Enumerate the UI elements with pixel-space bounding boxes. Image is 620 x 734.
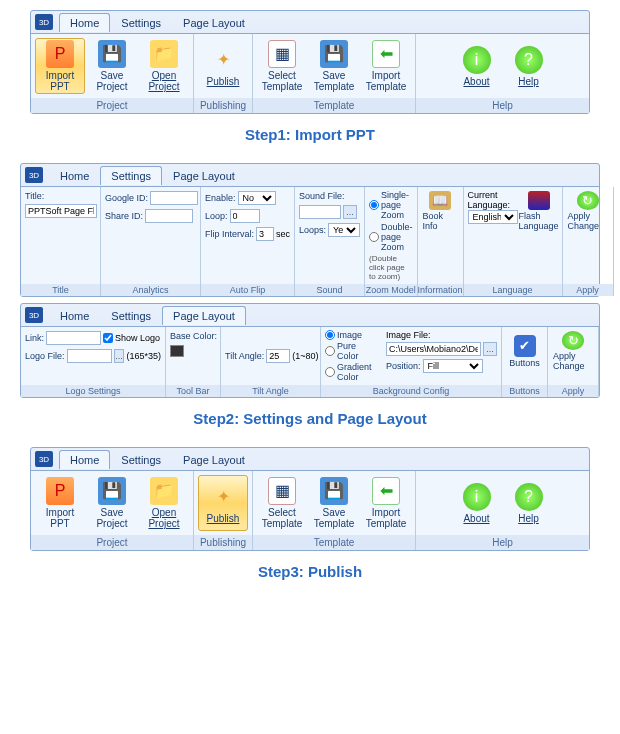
save-template-button[interactable]: 💾Save Template [309, 475, 359, 531]
logofile-browse[interactable]: … [114, 349, 125, 363]
book-info-button[interactable]: 📖Book Info [422, 190, 459, 232]
imgfile-input[interactable] [386, 342, 481, 356]
about-button[interactable]: iAbout [452, 38, 502, 94]
group-analytics: Analytics [101, 284, 200, 296]
bg-grad-radio[interactable] [325, 367, 335, 377]
imgfile-browse[interactable]: … [483, 342, 497, 356]
template-import-icon: ⬅ [372, 40, 400, 68]
app-logo-icon: 3D [25, 167, 43, 183]
help-button[interactable]: ?Help [504, 38, 554, 94]
import-ppt-button[interactable]: PImport PPT [35, 475, 85, 531]
import-template-button[interactable]: ⬅Import Template [361, 475, 411, 531]
tab-pagelayout[interactable]: Page Layout [162, 166, 246, 185]
soundfile-browse[interactable]: … [343, 205, 357, 219]
loop-input[interactable] [230, 209, 260, 223]
tab-home[interactable]: Home [59, 13, 110, 32]
caption-step1: Step1: Import PPT [0, 126, 620, 143]
ribbon-home-step3: 3D Home Settings Page Layout PImport PPT… [30, 447, 590, 551]
flag-icon [528, 191, 550, 210]
tab-strip: 3D Home Settings Page Layout [21, 304, 599, 326]
group-toolbar: Tool Bar [166, 385, 220, 397]
template-select-icon: ▦ [268, 477, 296, 505]
group-zoom: Zoom Model [365, 284, 417, 296]
import-ppt-button[interactable]: PImport PPT [35, 38, 85, 94]
group-template: Template [253, 535, 415, 550]
title-input[interactable] [25, 204, 97, 218]
group-autoflip: Auto Flip [201, 284, 294, 296]
tab-settings[interactable]: Settings [100, 166, 162, 185]
open-project-button[interactable]: 📁Open Project [139, 475, 189, 531]
tab-pagelayout[interactable]: Page Layout [162, 306, 246, 325]
bg-image-radio[interactable] [325, 330, 335, 340]
show-logo-checkbox[interactable] [103, 333, 113, 343]
interval-unit: sec [276, 229, 290, 239]
tab-home[interactable]: Home [49, 306, 100, 325]
bg-grad-label: Gradient Color [337, 362, 380, 382]
tab-settings[interactable]: Settings [110, 13, 172, 32]
logo-dims: (165*35) [126, 351, 161, 361]
select-template-button[interactable]: ▦Select Template [257, 475, 307, 531]
folder-icon: 📁 [150, 40, 178, 68]
publish-icon: ✦ [209, 46, 237, 74]
import-template-button[interactable]: ⬅Import Template [361, 38, 411, 94]
select-template-button[interactable]: ▦Select Template [257, 38, 307, 94]
app-logo-icon: 3D [25, 307, 43, 323]
template-import-icon: ⬅ [372, 477, 400, 505]
lang-select[interactable]: English [468, 210, 518, 224]
share-id-label: Share ID: [105, 211, 143, 221]
soundfile-input[interactable] [299, 205, 341, 219]
tab-pagelayout[interactable]: Page Layout [172, 450, 256, 469]
publish-button[interactable]: ✦Publish [198, 38, 248, 94]
tab-pagelayout[interactable]: Page Layout [172, 13, 256, 32]
group-sound: Sound [295, 284, 364, 296]
tab-strip: 3D Home Settings Page Layout [31, 11, 589, 33]
about-button[interactable]: iAbout [452, 475, 502, 531]
help-button[interactable]: ?Help [504, 475, 554, 531]
interval-input[interactable] [256, 227, 274, 241]
tab-home[interactable]: Home [49, 166, 100, 185]
group-bg: Background Config [321, 385, 501, 397]
ppt-icon: P [46, 477, 74, 505]
folder-icon: 📁 [150, 477, 178, 505]
tilt-input[interactable] [266, 349, 290, 363]
apply-change-button[interactable]: ↻Apply Change [552, 330, 594, 372]
google-id-input[interactable] [150, 191, 198, 205]
pos-select[interactable]: Fill [423, 359, 483, 373]
tab-settings[interactable]: Settings [110, 450, 172, 469]
lang-label: Current Language: [468, 190, 518, 210]
save-template-button[interactable]: 💾Save Template [309, 38, 359, 94]
about-icon: i [463, 483, 491, 511]
basecolor-swatch[interactable] [170, 345, 184, 357]
apply-icon: ↻ [562, 331, 584, 350]
tilt-label: Tilt Angle: [225, 351, 264, 361]
share-id-input[interactable] [145, 209, 193, 223]
show-logo-label: Show Logo [115, 333, 160, 343]
bg-pure-radio[interactable] [325, 346, 335, 356]
group-language: Language [464, 284, 562, 296]
help-icon: ? [515, 483, 543, 511]
save-project-button[interactable]: 💾Save Project [87, 475, 137, 531]
double-zoom-radio[interactable] [369, 232, 379, 242]
group-publishing: Publishing [194, 535, 252, 550]
enable-select[interactable]: No [238, 191, 276, 205]
logofile-input[interactable] [67, 349, 112, 363]
tab-home[interactable]: Home [59, 450, 110, 469]
flash-lang-button[interactable]: Flash Language [520, 190, 558, 232]
tab-settings[interactable]: Settings [100, 306, 162, 325]
template-select-icon: ▦ [268, 40, 296, 68]
link-input[interactable] [46, 331, 101, 345]
logofile-label: Logo File: [25, 351, 65, 361]
buttons-button[interactable]: ✔Buttons [506, 330, 543, 372]
single-zoom-radio[interactable] [369, 200, 379, 210]
loops-select[interactable]: Yes [328, 223, 360, 237]
open-project-button[interactable]: 📁Open Project [139, 38, 189, 94]
loops-label: Loops: [299, 225, 326, 235]
bg-pure-label: Pure Color [337, 341, 380, 361]
save-project-button[interactable]: 💾Save Project [87, 38, 137, 94]
zoom-hint: (Double click page to zoom) [369, 254, 413, 281]
publish-button[interactable]: ✦Publish [198, 475, 248, 531]
apply-change-button[interactable]: ↻Apply Change [567, 190, 609, 232]
google-id-label: Google ID: [105, 193, 148, 203]
group-title: Title [21, 284, 100, 296]
single-zoom-label: Single-page Zoom [381, 190, 413, 220]
